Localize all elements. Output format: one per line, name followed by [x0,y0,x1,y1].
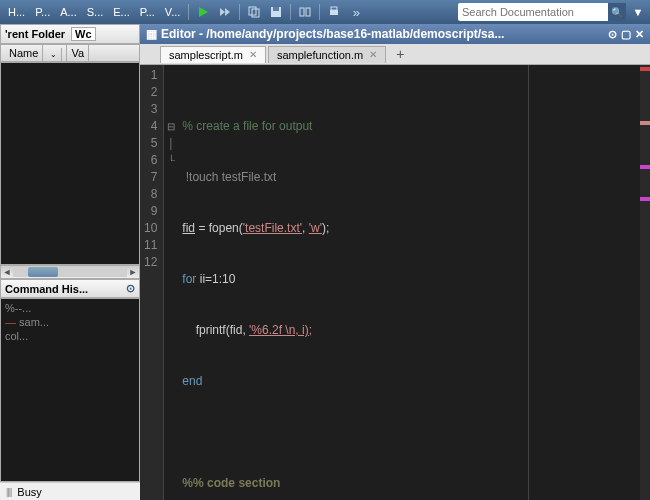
col-name[interactable]: Name ⌄ [1,45,67,61]
search-button[interactable]: 🔍 [608,3,626,21]
history-item[interactable]: %--... [3,301,137,315]
top-toolbar: H... P... A... S... E... P... V... » 🔍 ▼ [0,0,650,24]
svg-rect-7 [300,8,304,16]
folder-tree[interactable] [0,62,140,265]
toolstrip-tab[interactable]: P... [136,4,159,20]
maximize-icon[interactable]: ▢ [621,28,631,41]
toolstrip-tab[interactable]: H... [4,4,29,20]
tab-label: samplefunction.m [277,49,363,61]
editor-title-text: Editor - /home/andy/projects/base16-matl… [161,27,504,41]
svg-rect-10 [331,7,337,10]
svg-marker-0 [199,7,208,17]
print-button[interactable] [324,3,344,21]
folder-subtab[interactable]: Wc [71,27,96,41]
editor-panel: ▦ Editor - /home/andy/projects/base16-ma… [140,24,650,500]
history-list[interactable]: %--... — sam... col... [0,298,140,482]
save-button[interactable] [266,3,286,21]
add-tab-button[interactable]: + [388,44,412,64]
scroll-right[interactable]: ► [127,267,139,277]
col-value[interactable]: Va [67,45,89,61]
editor-body[interactable]: 123456789101112 ⊟│└ % create a file for … [140,65,650,500]
tab-label: samplescript.m [169,49,243,61]
toolstrip-tab[interactable]: S... [83,4,108,20]
status-text: Busy [17,486,41,498]
run-button[interactable] [193,3,213,21]
svg-marker-2 [225,8,230,16]
panel-menu-icon[interactable]: ⊙ [608,28,617,41]
search-input[interactable] [458,6,608,18]
editor-icon: ▦ [146,27,157,41]
panel-title: Command His... [5,283,88,295]
code-area[interactable]: % create a file for output !touch testFi… [178,65,640,500]
folder-columns[interactable]: Name ⌄ Va [0,44,140,62]
panel-title: 'rent Folder [5,28,65,40]
close-tab-icon[interactable]: ✕ [249,49,257,60]
compare-button[interactable] [295,3,315,21]
close-icon[interactable]: ✕ [635,28,644,41]
scroll-thumb[interactable] [28,267,58,277]
h-scrollbar[interactable]: ◄ ► [0,265,140,279]
more-button[interactable]: » [346,3,366,21]
history-item[interactable]: col... [3,329,137,343]
status-icon: |||| [6,487,11,497]
fold-column[interactable]: ⊟│└ [164,65,178,500]
svg-rect-6 [273,7,279,11]
command-history-panel: Command His... ⊙ %--... — sam... col... [0,279,140,482]
line-gutter: 123456789101112 [140,65,164,500]
close-tab-icon[interactable]: ✕ [369,49,377,60]
toolstrip-tab[interactable]: A... [56,4,81,20]
current-folder-panel: 'rent Folder Wc Name ⌄ Va ◄ ► [0,24,140,279]
step-button[interactable] [215,3,235,21]
layout-dropdown[interactable]: ▼ [630,3,646,21]
fold-toggle-icon[interactable]: ⊟ [164,118,178,135]
file-tab[interactable]: samplefunction.m ✕ [268,46,386,63]
history-item[interactable]: — sam... [3,315,137,329]
panel-menu-icon[interactable]: ⊙ [126,282,135,295]
svg-rect-8 [306,8,310,16]
search-box: 🔍 [458,3,626,21]
ruler [528,65,529,500]
toolstrip-tab[interactable]: V... [161,4,185,20]
toolstrip-tab[interactable]: P... [31,4,54,20]
svg-marker-1 [220,8,225,16]
marker-column[interactable] [640,65,650,500]
svg-rect-9 [330,10,338,15]
scroll-left[interactable]: ◄ [1,267,13,277]
file-tab-strip: samplescript.m ✕ samplefunction.m ✕ + [140,44,650,65]
copy-button[interactable] [244,3,264,21]
file-tab[interactable]: samplescript.m ✕ [160,46,266,63]
toolstrip-tab[interactable]: E... [109,4,134,20]
